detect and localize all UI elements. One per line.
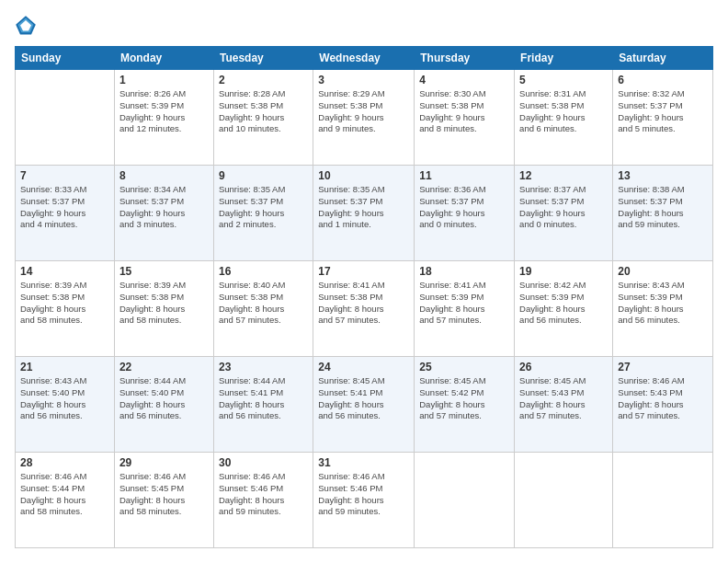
day-number: 7 bbox=[20, 169, 109, 182]
weekday-header-tuesday: Tuesday bbox=[213, 47, 313, 70]
calendar-week-2: 14Sunrise: 8:39 AM Sunset: 5:38 PM Dayli… bbox=[16, 261, 713, 357]
calendar-cell: 16Sunrise: 8:40 AM Sunset: 5:38 PM Dayli… bbox=[213, 261, 313, 357]
logo bbox=[15, 15, 40, 37]
day-number: 11 bbox=[419, 169, 509, 182]
day-number: 17 bbox=[318, 265, 409, 278]
day-info: Sunrise: 8:45 AM Sunset: 5:43 PM Dayligh… bbox=[519, 375, 608, 422]
calendar-cell: 22Sunrise: 8:44 AM Sunset: 5:40 PM Dayli… bbox=[114, 357, 213, 453]
weekday-header-monday: Monday bbox=[114, 47, 213, 70]
day-number: 18 bbox=[419, 265, 509, 278]
day-info: Sunrise: 8:40 AM Sunset: 5:38 PM Dayligh… bbox=[219, 280, 308, 327]
day-number: 12 bbox=[519, 169, 608, 182]
calendar-week-4: 28Sunrise: 8:46 AM Sunset: 5:44 PM Dayli… bbox=[16, 453, 713, 548]
calendar-cell: 24Sunrise: 8:45 AM Sunset: 5:41 PM Dayli… bbox=[313, 357, 415, 453]
day-info: Sunrise: 8:35 AM Sunset: 5:37 PM Dayligh… bbox=[219, 184, 308, 231]
day-number: 23 bbox=[219, 361, 308, 373]
calendar-cell: 26Sunrise: 8:45 AM Sunset: 5:43 PM Dayli… bbox=[515, 357, 613, 453]
day-number: 5 bbox=[519, 74, 608, 86]
calendar-cell: 12Sunrise: 8:37 AM Sunset: 5:37 PM Dayli… bbox=[515, 166, 613, 261]
day-info: Sunrise: 8:45 AM Sunset: 5:42 PM Dayligh… bbox=[419, 375, 509, 422]
calendar-cell: 2Sunrise: 8:28 AM Sunset: 5:38 PM Daylig… bbox=[213, 70, 313, 166]
day-info: Sunrise: 8:34 AM Sunset: 5:37 PM Dayligh… bbox=[119, 184, 209, 231]
weekday-header-thursday: Thursday bbox=[415, 47, 515, 70]
day-info: Sunrise: 8:37 AM Sunset: 5:37 PM Dayligh… bbox=[519, 184, 608, 231]
weekday-header-friday: Friday bbox=[515, 47, 613, 70]
day-info: Sunrise: 8:46 AM Sunset: 5:46 PM Dayligh… bbox=[318, 471, 409, 518]
calendar-cell: 18Sunrise: 8:41 AM Sunset: 5:39 PM Dayli… bbox=[415, 261, 515, 357]
day-info: Sunrise: 8:46 AM Sunset: 5:44 PM Dayligh… bbox=[20, 471, 109, 518]
day-info: Sunrise: 8:42 AM Sunset: 5:39 PM Dayligh… bbox=[519, 280, 608, 327]
day-info: Sunrise: 8:26 AM Sunset: 5:39 PM Dayligh… bbox=[119, 88, 209, 135]
calendar-cell bbox=[16, 70, 115, 166]
day-info: Sunrise: 8:39 AM Sunset: 5:38 PM Dayligh… bbox=[20, 280, 109, 327]
calendar-cell: 17Sunrise: 8:41 AM Sunset: 5:38 PM Dayli… bbox=[313, 261, 415, 357]
calendar-cell: 10Sunrise: 8:35 AM Sunset: 5:37 PM Dayli… bbox=[313, 166, 415, 261]
day-info: Sunrise: 8:36 AM Sunset: 5:37 PM Dayligh… bbox=[419, 184, 509, 231]
day-number: 1 bbox=[119, 74, 209, 86]
day-info: Sunrise: 8:33 AM Sunset: 5:37 PM Dayligh… bbox=[20, 184, 109, 231]
calendar-cell: 15Sunrise: 8:39 AM Sunset: 5:38 PM Dayli… bbox=[114, 261, 213, 357]
calendar-cell bbox=[613, 453, 713, 548]
calendar-cell: 27Sunrise: 8:46 AM Sunset: 5:43 PM Dayli… bbox=[613, 357, 713, 453]
calendar-cell: 25Sunrise: 8:45 AM Sunset: 5:42 PM Dayli… bbox=[415, 357, 515, 453]
day-number: 19 bbox=[519, 265, 608, 278]
page-container: SundayMondayTuesdayWednesdayThursdayFrid… bbox=[0, 0, 728, 563]
day-number: 26 bbox=[519, 361, 608, 373]
weekday-header-row: SundayMondayTuesdayWednesdayThursdayFrid… bbox=[16, 47, 713, 70]
day-info: Sunrise: 8:35 AM Sunset: 5:37 PM Dayligh… bbox=[318, 184, 409, 231]
day-info: Sunrise: 8:28 AM Sunset: 5:38 PM Dayligh… bbox=[219, 88, 308, 135]
day-info: Sunrise: 8:30 AM Sunset: 5:38 PM Dayligh… bbox=[419, 88, 509, 135]
calendar-cell: 14Sunrise: 8:39 AM Sunset: 5:38 PM Dayli… bbox=[16, 261, 115, 357]
day-number: 31 bbox=[318, 456, 409, 469]
calendar-cell: 31Sunrise: 8:46 AM Sunset: 5:46 PM Dayli… bbox=[313, 453, 415, 548]
calendar-week-1: 7Sunrise: 8:33 AM Sunset: 5:37 PM Daylig… bbox=[16, 166, 713, 261]
day-info: Sunrise: 8:46 AM Sunset: 5:46 PM Dayligh… bbox=[219, 471, 308, 518]
day-info: Sunrise: 8:45 AM Sunset: 5:41 PM Dayligh… bbox=[318, 375, 409, 422]
calendar-cell: 11Sunrise: 8:36 AM Sunset: 5:37 PM Dayli… bbox=[415, 166, 515, 261]
calendar-cell: 19Sunrise: 8:42 AM Sunset: 5:39 PM Dayli… bbox=[515, 261, 613, 357]
day-number: 9 bbox=[219, 169, 308, 182]
day-number: 16 bbox=[219, 265, 308, 278]
calendar-cell: 1Sunrise: 8:26 AM Sunset: 5:39 PM Daylig… bbox=[114, 70, 213, 166]
calendar-cell: 30Sunrise: 8:46 AM Sunset: 5:46 PM Dayli… bbox=[213, 453, 313, 548]
day-number: 29 bbox=[119, 456, 209, 469]
calendar-cell bbox=[415, 453, 515, 548]
day-info: Sunrise: 8:39 AM Sunset: 5:38 PM Dayligh… bbox=[119, 280, 209, 327]
day-number: 20 bbox=[618, 265, 708, 278]
day-number: 8 bbox=[119, 169, 209, 182]
calendar-cell: 29Sunrise: 8:46 AM Sunset: 5:45 PM Dayli… bbox=[114, 453, 213, 548]
day-number: 10 bbox=[318, 169, 409, 182]
calendar-cell: 23Sunrise: 8:44 AM Sunset: 5:41 PM Dayli… bbox=[213, 357, 313, 453]
weekday-header-sunday: Sunday bbox=[16, 47, 115, 70]
day-number: 28 bbox=[20, 456, 109, 469]
day-info: Sunrise: 8:43 AM Sunset: 5:40 PM Dayligh… bbox=[20, 375, 109, 422]
calendar-cell: 6Sunrise: 8:32 AM Sunset: 5:37 PM Daylig… bbox=[613, 70, 713, 166]
calendar-cell bbox=[515, 453, 613, 548]
calendar-cell: 21Sunrise: 8:43 AM Sunset: 5:40 PM Dayli… bbox=[16, 357, 115, 453]
calendar-cell: 7Sunrise: 8:33 AM Sunset: 5:37 PM Daylig… bbox=[16, 166, 115, 261]
calendar-cell: 3Sunrise: 8:29 AM Sunset: 5:38 PM Daylig… bbox=[313, 70, 415, 166]
day-number: 22 bbox=[119, 361, 209, 373]
day-info: Sunrise: 8:38 AM Sunset: 5:37 PM Dayligh… bbox=[618, 184, 708, 231]
day-number: 3 bbox=[318, 74, 409, 86]
day-number: 6 bbox=[618, 74, 708, 86]
day-info: Sunrise: 8:31 AM Sunset: 5:38 PM Dayligh… bbox=[519, 88, 608, 135]
calendar-week-3: 21Sunrise: 8:43 AM Sunset: 5:40 PM Dayli… bbox=[16, 357, 713, 453]
calendar-cell: 8Sunrise: 8:34 AM Sunset: 5:37 PM Daylig… bbox=[114, 166, 213, 261]
calendar-table: SundayMondayTuesdayWednesdayThursdayFrid… bbox=[15, 46, 713, 548]
day-number: 14 bbox=[20, 265, 109, 278]
day-info: Sunrise: 8:29 AM Sunset: 5:38 PM Dayligh… bbox=[318, 88, 409, 135]
weekday-header-saturday: Saturday bbox=[613, 47, 713, 70]
day-number: 2 bbox=[219, 74, 308, 86]
day-info: Sunrise: 8:44 AM Sunset: 5:40 PM Dayligh… bbox=[119, 375, 209, 422]
calendar-cell: 13Sunrise: 8:38 AM Sunset: 5:37 PM Dayli… bbox=[613, 166, 713, 261]
day-number: 27 bbox=[618, 361, 708, 373]
day-number: 21 bbox=[20, 361, 109, 373]
day-info: Sunrise: 8:41 AM Sunset: 5:39 PM Dayligh… bbox=[419, 280, 509, 327]
calendar-week-0: 1Sunrise: 8:26 AM Sunset: 5:39 PM Daylig… bbox=[16, 70, 713, 166]
day-number: 24 bbox=[318, 361, 409, 373]
day-number: 13 bbox=[618, 169, 708, 182]
weekday-header-wednesday: Wednesday bbox=[313, 47, 415, 70]
day-info: Sunrise: 8:41 AM Sunset: 5:38 PM Dayligh… bbox=[318, 280, 409, 327]
logo-icon bbox=[15, 15, 37, 37]
